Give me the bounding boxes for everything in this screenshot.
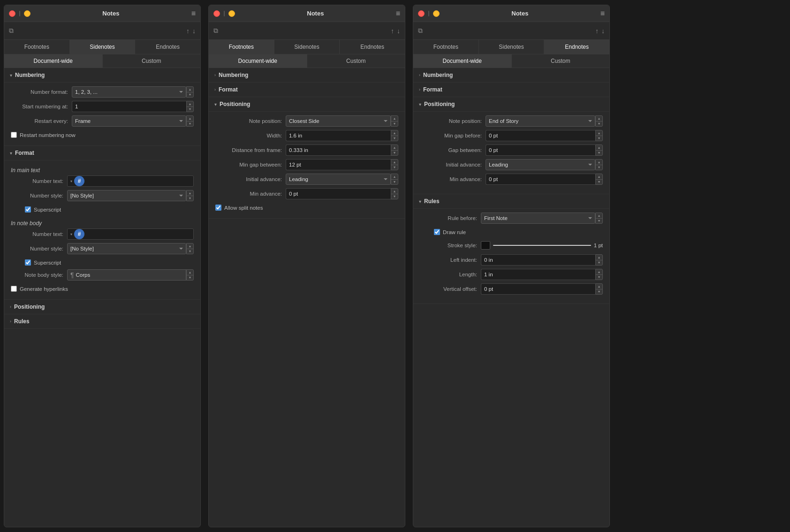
stroke-color-swatch[interactable] <box>481 241 490 250</box>
note-position-select-3[interactable]: End of Story <box>486 115 595 127</box>
menu-icon-2[interactable]: ≡ <box>396 9 400 18</box>
tab-footnotes-2[interactable]: Footnotes <box>209 40 274 54</box>
minimize-button-3[interactable] <box>433 10 440 17</box>
min-gap-down-2[interactable]: ▼ <box>391 165 398 170</box>
length-up[interactable]: ▲ <box>596 269 602 275</box>
left-indent-up[interactable]: ▲ <box>596 255 602 260</box>
note-position-up-2[interactable]: ▲ <box>391 116 398 122</box>
tab-endnotes-2[interactable]: Endnotes <box>340 40 405 54</box>
note-position-down-2[interactable]: ▼ <box>391 122 398 127</box>
generate-hyperlinks-checkbox[interactable] <box>11 286 17 292</box>
restart-now-checkbox[interactable] <box>11 132 17 138</box>
min-advance-up-3[interactable]: ▲ <box>596 174 602 180</box>
scope-document-2[interactable]: Document-wide <box>209 54 307 68</box>
initial-advance-up-3[interactable]: ▲ <box>596 160 602 165</box>
min-advance-down-2[interactable]: ▼ <box>391 194 398 199</box>
copy-icon-1[interactable]: ⧉ <box>9 27 14 35</box>
initial-advance-up-2[interactable]: ▲ <box>391 174 398 180</box>
rule-before-up[interactable]: ▲ <box>596 213 602 219</box>
min-gap-before-up[interactable]: ▲ <box>596 130 602 136</box>
min-advance-input-2[interactable] <box>286 188 391 199</box>
tab-endnotes-1[interactable]: Endnotes <box>135 40 200 54</box>
rule-before-down[interactable]: ▼ <box>596 219 602 224</box>
positioning-section-header-1[interactable]: › Positioning <box>4 300 200 314</box>
vertical-offset-down[interactable]: ▼ <box>596 289 602 295</box>
note-body-style-up[interactable]: ▲ <box>187 270 193 275</box>
allow-split-checkbox[interactable] <box>215 205 221 211</box>
vertical-offset-input[interactable] <box>481 283 595 295</box>
positioning-section-header-2[interactable]: ▾ Positioning <box>209 97 405 112</box>
arrow-down-icon-3[interactable]: ↓ <box>601 27 605 35</box>
rules-section-header-3[interactable]: ▾ Rules <box>413 194 609 209</box>
width-down-2[interactable]: ▼ <box>391 136 398 141</box>
format-section-header-3[interactable]: › Format <box>413 83 609 97</box>
body-number-style-down[interactable]: ▼ <box>187 249 193 254</box>
left-indent-input[interactable] <box>481 254 595 266</box>
note-position-select-2[interactable]: Closest Side <box>286 115 391 127</box>
scope-custom-1[interactable]: Custom <box>103 54 201 68</box>
body-number-style-up[interactable]: ▲ <box>187 243 193 249</box>
arrow-up-icon-1[interactable]: ↑ <box>186 27 190 35</box>
min-gap-before-down[interactable]: ▼ <box>596 136 602 141</box>
format-section-header-1[interactable]: ▾ Format <box>4 146 200 160</box>
tab-endnotes-3[interactable]: Endnotes <box>544 40 609 54</box>
close-button-1[interactable] <box>9 10 15 17</box>
minimize-button-1[interactable] <box>24 10 30 17</box>
gap-between-up[interactable]: ▲ <box>596 145 602 151</box>
start-numbering-up[interactable]: ▲ <box>187 101 193 107</box>
note-position-up-3[interactable]: ▲ <box>596 116 602 122</box>
menu-icon-1[interactable]: ≡ <box>191 9 196 18</box>
arrow-down-icon-2[interactable]: ↓ <box>397 27 400 35</box>
format-section-header-2[interactable]: › Format <box>209 83 405 97</box>
start-numbering-input[interactable] <box>72 101 186 112</box>
start-numbering-down[interactable]: ▼ <box>187 107 193 112</box>
minimize-button-2[interactable] <box>228 10 235 17</box>
draw-rule-checkbox[interactable] <box>434 229 440 235</box>
scope-custom-3[interactable]: Custom <box>512 54 610 68</box>
main-number-style-up[interactable]: ▲ <box>187 190 193 196</box>
vertical-offset-up[interactable]: ▲ <box>596 284 602 289</box>
number-format-select[interactable]: 1, 2, 3, ... <box>72 86 186 98</box>
arrow-up-icon-2[interactable]: ↑ <box>391 27 394 35</box>
scope-document-3[interactable]: Document-wide <box>413 54 512 68</box>
initial-advance-select-2[interactable]: Leading <box>286 174 391 185</box>
tab-sidenotes-3[interactable]: Sidenotes <box>479 40 545 54</box>
tab-sidenotes-2[interactable]: Sidenotes <box>274 40 340 54</box>
rule-before-select[interactable]: First Note <box>481 213 595 224</box>
body-superscript-checkbox[interactable] <box>25 259 31 266</box>
min-advance-down-3[interactable]: ▼ <box>596 180 602 185</box>
min-gap-up-2[interactable]: ▲ <box>391 160 398 165</box>
copy-icon-2[interactable]: ⧉ <box>213 27 218 35</box>
length-input[interactable] <box>481 269 595 280</box>
arrow-down-icon-1[interactable]: ↓ <box>192 27 196 35</box>
left-indent-down[interactable]: ▼ <box>596 260 602 266</box>
distance-up-2[interactable]: ▲ <box>391 145 398 151</box>
restart-every-down[interactable]: ▼ <box>187 122 193 127</box>
tab-footnotes-1[interactable]: Footnotes <box>4 40 70 54</box>
gap-between-down[interactable]: ▼ <box>596 151 602 156</box>
tab-sidenotes-1[interactable]: Sidenotes <box>70 40 136 54</box>
note-body-style-down[interactable]: ▼ <box>187 275 193 281</box>
width-up-2[interactable]: ▲ <box>391 130 398 136</box>
number-format-up[interactable]: ▲ <box>187 87 193 92</box>
tab-footnotes-3[interactable]: Footnotes <box>413 40 479 54</box>
number-format-down[interactable]: ▼ <box>187 92 193 98</box>
initial-advance-down-2[interactable]: ▼ <box>391 180 398 185</box>
distance-input-2[interactable] <box>286 144 391 156</box>
close-button-3[interactable] <box>418 10 425 17</box>
initial-advance-select-3[interactable]: Leading <box>486 159 595 170</box>
min-gap-input-2[interactable] <box>286 159 391 170</box>
body-number-style-select[interactable]: [No Style] <box>67 243 186 254</box>
restart-every-up[interactable]: ▲ <box>187 116 193 122</box>
min-gap-before-input[interactable] <box>486 130 595 141</box>
width-input-2[interactable] <box>286 130 391 141</box>
note-position-down-3[interactable]: ▼ <box>596 122 602 127</box>
gap-between-input[interactable] <box>486 144 595 156</box>
copy-icon-3[interactable]: ⧉ <box>418 27 423 35</box>
min-advance-input-3[interactable] <box>486 174 595 185</box>
numbering-section-header-1[interactable]: ▾ Numbering <box>4 68 200 83</box>
main-number-style-select[interactable]: [No Style] <box>67 190 186 201</box>
main-number-style-down[interactable]: ▼ <box>187 196 193 201</box>
initial-advance-down-3[interactable]: ▼ <box>596 165 602 170</box>
numbering-section-header-3[interactable]: › Numbering <box>413 68 609 83</box>
